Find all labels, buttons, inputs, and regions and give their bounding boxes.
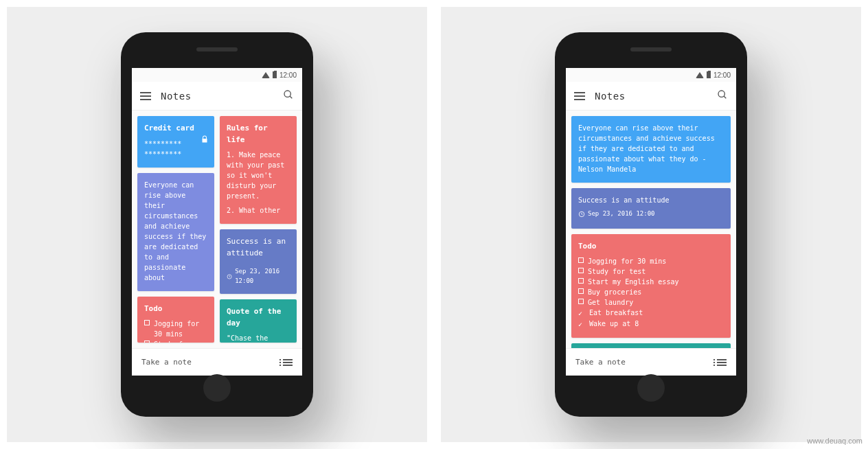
todo-item[interactable]: Jogging for 30 mins [578, 256, 724, 266]
todo-item[interactable]: ✓Eat breakfast [578, 308, 724, 319]
app-bar: Notes [566, 82, 736, 111]
note-body: "Chase the vision, not the money; the mo… [227, 333, 290, 343]
note-quote-of-day[interactable]: Quote of the day "Chase the vision, not … [220, 299, 297, 343]
note-title: Quote of the day [227, 306, 290, 329]
note-success[interactable]: Success is an attitude Sep 23, 2016 12:0… [571, 188, 731, 229]
note-title: Todo [144, 303, 207, 315]
note-todo[interactable]: Todo Jogging for 30 mins Study for test … [571, 234, 731, 338]
reminder-time: Sep 23, 2016 12:00 [578, 209, 655, 219]
svg-line-1 [290, 96, 292, 98]
status-bar: 12:00 [566, 68, 736, 82]
list-view-icon[interactable] [717, 359, 727, 366]
todo-item[interactable]: Get laundry [578, 297, 724, 308]
search-icon[interactable] [717, 89, 728, 103]
note-line: ********* [144, 139, 207, 149]
watermark: www.deuaq.com [807, 437, 863, 445]
note-body: 2. What other [227, 205, 290, 216]
note-rules[interactable]: Rules for life 1. Make peace with your p… [220, 116, 297, 224]
check-icon: ✓ [578, 319, 585, 330]
phone-frame: 12:00 Notes Everyone can rise above thei… [555, 32, 747, 417]
notes-list[interactable]: Everyone can rise above their circumstan… [566, 111, 736, 348]
note-line: ********* [144, 149, 207, 159]
note-body: 1. Make peace with your past so it won't… [227, 150, 290, 201]
clock-icon-label: Sep 23, 2016 12:00 [588, 209, 655, 219]
note-title: Success is an attitude [227, 236, 290, 259]
phone-frame: 12:00 Notes Credit card [121, 32, 313, 417]
note-body: Everyone can rise above their circumstan… [144, 180, 207, 283]
notes-grid[interactable]: Credit card ********* ********* Everyone… [132, 111, 302, 348]
menu-icon[interactable] [140, 92, 151, 100]
list-view-icon[interactable] [283, 359, 293, 366]
status-clock: 12:00 [713, 71, 731, 79]
take-note-button[interactable]: Take a note [575, 358, 626, 367]
bottom-bar: Take a note [566, 348, 736, 376]
app-bar: Notes [132, 82, 302, 111]
check-icon: ✓ [578, 308, 585, 319]
note-body: Everyone can rise above their circumstan… [578, 123, 724, 174]
todo-item[interactable]: Buy groceries [578, 287, 724, 297]
svg-point-0 [284, 91, 290, 97]
reminder-time: Sep 23, 2016 12:00 [227, 267, 290, 286]
todo-item[interactable]: Jogging for 30 mins [144, 319, 207, 339]
app-title: Notes [595, 91, 626, 102]
phone-screen: 12:00 Notes Credit card [132, 68, 302, 376]
menu-icon[interactable] [574, 92, 585, 100]
note-credit-card[interactable]: Credit card ********* ********* [137, 116, 214, 168]
note-todo[interactable]: Todo Jogging for 30 mins Study for test … [137, 297, 214, 343]
note-mandela[interactable]: Everyone can rise above their circumstan… [571, 116, 731, 183]
screenshot-right: 12:00 Notes Everyone can rise above thei… [441, 7, 861, 442]
note-title: Rules for life [227, 123, 290, 146]
clock-icon-label: Sep 23, 2016 12:00 [235, 267, 290, 286]
wifi-icon [696, 72, 704, 78]
bottom-bar: Take a note [132, 348, 302, 376]
lock-icon [201, 135, 209, 146]
note-quote-of-day[interactable]: Quote of the day "Chase the vision, not … [571, 343, 731, 348]
search-icon[interactable] [283, 89, 294, 103]
battery-icon [707, 71, 711, 78]
screenshot-left: 12:00 Notes Credit card [7, 7, 427, 442]
todo-item[interactable]: Start my English essay [578, 277, 724, 287]
note-title: Success is an attitude [578, 195, 724, 205]
status-clock: 12:00 [279, 71, 297, 79]
note-title: Todo [578, 241, 724, 253]
wifi-icon [262, 72, 270, 78]
phone-screen: 12:00 Notes Everyone can rise above thei… [566, 68, 736, 376]
todo-item[interactable]: Study for test [144, 339, 207, 343]
status-bar: 12:00 [132, 68, 302, 82]
todo-item[interactable]: Study for test [578, 266, 724, 277]
app-title: Notes [161, 91, 192, 102]
note-quote[interactable]: Everyone can rise above their circumstan… [137, 173, 214, 291]
note-success[interactable]: Success is an attitude Sep 23, 2016 12:0… [220, 229, 297, 294]
battery-icon [273, 71, 277, 78]
take-note-button[interactable]: Take a note [141, 358, 192, 367]
note-title: Credit card [144, 123, 207, 135]
svg-line-4 [724, 96, 726, 98]
todo-item[interactable]: ✓Wake up at 8 [578, 319, 724, 330]
svg-point-3 [718, 91, 724, 97]
